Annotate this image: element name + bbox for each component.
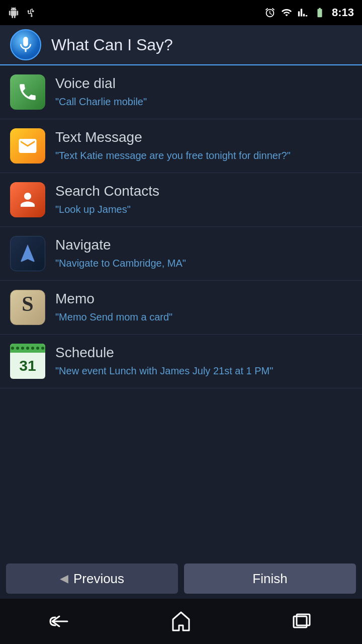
text-message-example: "Text Katie message are you free tonight… — [55, 148, 352, 163]
home-icon — [171, 610, 191, 632]
memo-icon-box: S — [10, 290, 45, 325]
back-button[interactable] — [40, 606, 80, 636]
microphone-icon — [10, 29, 41, 60]
bottom-navigation-buttons: ◀ Previous Finish — [0, 558, 362, 599]
system-nav-bar — [0, 599, 362, 644]
status-icons-left — [8, 7, 36, 18]
list-item[interactable]: Voice dial "Call Charlie mobile" — [0, 65, 362, 119]
back-icon — [48, 613, 72, 629]
chevron-left-icon: ◀ — [60, 572, 68, 585]
status-icons-right: 8:13 — [264, 6, 354, 19]
memo-example: "Memo Send mom a card" — [55, 310, 352, 324]
status-bar: 8:13 — [0, 0, 362, 25]
navigate-title: Navigate — [55, 237, 352, 253]
feature-list: Voice dial "Call Charlie mobile" Text Me… — [0, 65, 362, 388]
navigate-example: "Navigate to Cambridge, MA" — [55, 256, 352, 270]
text-message-title: Text Message — [55, 129, 352, 145]
usb-icon — [25, 7, 36, 18]
previous-button[interactable]: ◀ Previous — [6, 564, 178, 594]
wifi-icon — [281, 7, 293, 18]
memo-title: Memo — [55, 291, 352, 307]
svg-marker-0 — [173, 612, 189, 630]
app-title: What Can I Say? — [51, 36, 173, 54]
schedule-text: Schedule "New event Lunch with James Jul… — [55, 345, 352, 378]
navigate-icon — [10, 236, 45, 271]
navigate-text: Navigate "Navigate to Cambridge, MA" — [55, 237, 352, 270]
recents-button[interactable] — [282, 606, 322, 636]
voice-dial-icon — [10, 74, 45, 110]
battery-icon — [313, 7, 327, 18]
android-icon — [8, 7, 19, 18]
list-item[interactable]: 31 Schedule "New event Lunch with James … — [0, 335, 362, 388]
text-message-text: Text Message "Text Katie message are you… — [55, 129, 352, 163]
search-contacts-icon — [10, 182, 45, 217]
previous-label: Previous — [73, 571, 124, 587]
schedule-title: Schedule — [55, 345, 352, 361]
schedule-calendar-icon: 31 — [10, 344, 45, 379]
list-item[interactable]: Text Message "Text Katie message are you… — [0, 119, 362, 173]
voice-dial-title: Voice dial — [55, 75, 352, 92]
recents-icon — [293, 613, 311, 629]
signal-icon — [298, 7, 308, 18]
list-item[interactable]: Search Contacts "Look up James" — [0, 173, 362, 227]
finish-button[interactable]: Finish — [184, 564, 356, 594]
alarm-icon — [264, 7, 276, 18]
status-time: 8:13 — [332, 6, 354, 19]
text-message-icon — [10, 128, 45, 164]
list-item[interactable]: Navigate "Navigate to Cambridge, MA" — [0, 227, 362, 281]
search-contacts-title: Search Contacts — [55, 183, 352, 199]
finish-label: Finish — [252, 571, 287, 587]
voice-dial-example: "Call Charlie mobile" — [55, 95, 352, 109]
voice-dial-text: Voice dial "Call Charlie mobile" — [55, 75, 352, 109]
list-item[interactable]: S Memo "Memo Send mom a card" — [0, 281, 362, 335]
memo-text: Memo "Memo Send mom a card" — [55, 291, 352, 324]
search-contacts-example: "Look up James" — [55, 202, 352, 216]
home-button[interactable] — [161, 606, 201, 636]
app-header: What Can I Say? — [0, 25, 362, 65]
schedule-example: "New event Lunch with James July 21st at… — [55, 364, 352, 378]
search-contacts-text: Search Contacts "Look up James" — [55, 183, 352, 216]
